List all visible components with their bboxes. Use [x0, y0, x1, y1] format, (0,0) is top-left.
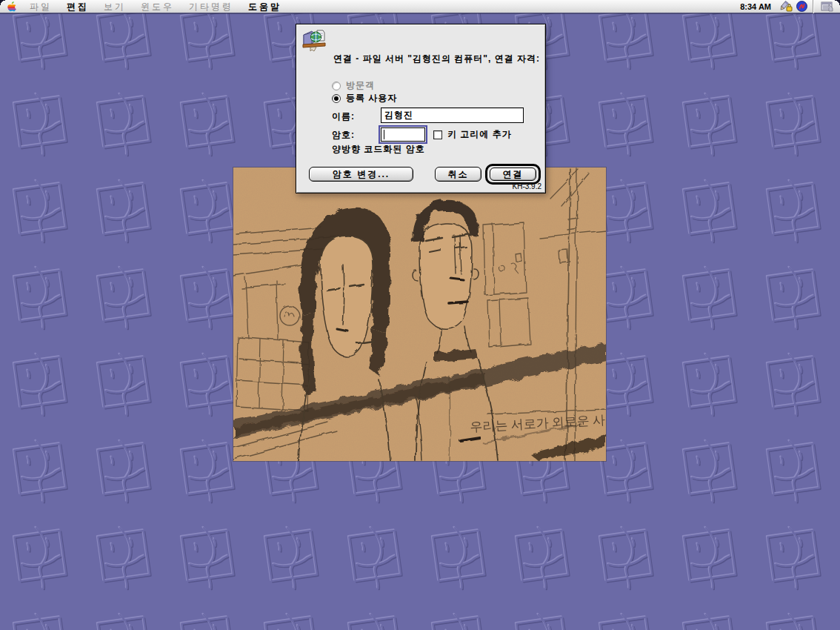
name-input[interactable] [381, 107, 524, 123]
password-input[interactable] [381, 127, 425, 142]
blue-round-app-icon [796, 1, 807, 12]
radio-selected-icon [332, 94, 341, 103]
encryption-note: 양방향 코드화된 암호 [332, 143, 425, 156]
cancel-button[interactable]: 취소 [435, 167, 481, 182]
radio-circle-icon [332, 82, 341, 90]
desktop-picture: 우리는 서로가 외로운 사람들 [233, 168, 606, 461]
file-server-icon [301, 28, 327, 56]
password-label: 암호: [332, 129, 355, 142]
version-label: KH-3.9.2 [513, 182, 541, 190]
blue-round-app-menu[interactable] [793, 0, 810, 13]
guest-radio-label: 방문객 [346, 79, 375, 92]
application-switcher-icon [821, 1, 834, 12]
name-label: 이름: [332, 110, 355, 123]
guest-radio[interactable]: 방문객 [332, 79, 375, 92]
add-to-keychain-checkbox[interactable]: 키 고리에 추가 [433, 128, 512, 141]
default-button-ring: 연결 [485, 164, 541, 185]
menu-view[interactable]: 보기 [96, 0, 133, 13]
screen-corner [835, 0, 840, 5]
keychain-checkbox-label: 키 고리에 추가 [447, 128, 512, 141]
menu-other-commands[interactable]: 기타명령 [181, 0, 241, 13]
connect-button[interactable]: 연결 [490, 168, 536, 181]
screen-corner [0, 0, 5, 5]
menubar-clock[interactable]: 8:34 AM [737, 2, 777, 11]
connect-to-server-dialog: 연결 - 파일 서버 "김형진의 컴퓨터", 연결 자격: 방문객 등록 사용자… [296, 24, 546, 193]
change-password-button[interactable]: 암호 변경... [309, 167, 413, 182]
menu-help[interactable]: 도움말 [241, 0, 289, 13]
menu-edit[interactable]: 편집 [59, 0, 96, 13]
menu-file[interactable]: 파일 [22, 0, 59, 13]
text-caret [384, 130, 384, 139]
menu-window[interactable]: 윈도우 [133, 0, 181, 13]
pencil-keychain-menu[interactable] [777, 0, 793, 13]
registered-user-radio[interactable]: 등록 사용자 [332, 92, 397, 105]
menubar-separator [813, 0, 813, 13]
password-focus-ring [379, 125, 427, 144]
desktop: 파일 편집 보기 윈도우 기타명령 도움말 8:34 AM [0, 0, 840, 630]
menu-bar: 파일 편집 보기 윈도우 기타명령 도움말 8:34 AM [0, 0, 840, 13]
checkbox-icon [433, 130, 442, 139]
dialog-header: 연결 - 파일 서버 "김형진의 컴퓨터", 연결 자격: [333, 53, 540, 65]
pencil-keychain-icon [779, 1, 793, 12]
registered-radio-label: 등록 사용자 [346, 92, 397, 105]
apple-icon [7, 1, 16, 12]
